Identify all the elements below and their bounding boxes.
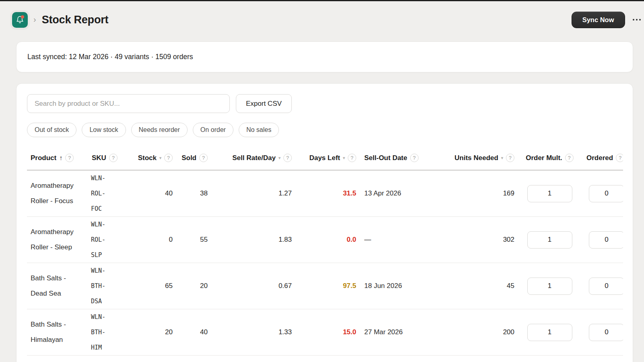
column-header-product[interactable]: Product ↑ ? [27,146,88,170]
product-name: Aromatherapy Roller - Focus [31,178,79,209]
export-csv-button[interactable]: Export CSV [236,94,292,113]
help-icon[interactable]: ? [616,154,623,162]
sellout-date-value: 18 Jun 2026 [359,263,438,309]
filter-chip[interactable]: On order [193,123,233,137]
sort-caret-icon: ▾ [279,156,281,160]
app-icon-tile[interactable] [12,12,28,28]
table-row: Bath Salts - Himalayan WLN-BTH-HIM 20 40… [27,309,623,356]
sold-value: 55 [176,217,211,263]
order-mult-input[interactable] [527,278,572,295]
stock-value: 0 [123,217,176,263]
sellout-date-value: 27 Mar 2026 [359,309,438,356]
column-header-stock[interactable]: Stock ▾ ? [123,146,176,170]
column-header-ordered[interactable]: Ordered ? [582,146,623,170]
last-synced-text: Last synced: 12 Mar 2026 · 49 variants ·… [27,53,193,61]
sellout-date-value: — [359,217,438,263]
sellout-date-value: 13 Apr 2026 [359,170,438,217]
column-header-order-mult[interactable]: Order Mult. ? [518,146,582,170]
table-row: Bath Salts - Dead Sea WLN-BTH-DSA 65 20 … [27,263,623,309]
column-header-days-left[interactable]: Days Left ▾ ? [295,146,359,170]
filter-chip[interactable]: Needs reorder [131,123,188,137]
sku-value: WLN-BTH-DSA [91,263,112,309]
ordered-input[interactable] [589,324,623,341]
sync-now-button[interactable]: Sync Now [572,12,625,28]
units-needed-value: 45 [438,263,518,309]
product-name: Bath Salts - Himalayan [31,317,79,348]
sell-rate-value: 0.67 [211,263,295,309]
sold-value: 38 [176,170,211,217]
help-icon[interactable]: ? [199,154,208,162]
stock-table-container: Product ↑ ? SKU ? Stock [27,146,623,356]
stock-table: Product ↑ ? SKU ? Stock [27,146,623,356]
sort-ascending-icon: ↑ [59,154,62,162]
overflow-menu-button[interactable] [632,16,642,23]
page-title: Stock Report [42,14,109,26]
breadcrumb-chevron-icon: › [33,15,36,23]
order-mult-input[interactable] [527,231,572,249]
ordered-input[interactable] [589,278,623,295]
table-row: Aromatherapy Roller - Sleep WLN-ROL-SLP … [27,217,623,263]
order-mult-input[interactable] [527,324,572,341]
days-left-value: 31.5 [295,170,359,217]
help-icon[interactable]: ? [506,154,514,162]
units-needed-value: 302 [438,217,518,263]
sort-caret-icon: ▾ [159,156,161,160]
sell-rate-value: 1.83 [211,217,295,263]
table-toolbar: Export CSV [27,94,622,113]
filter-chip[interactable]: Out of stock [27,123,76,137]
sort-caret-icon: ▾ [501,156,503,160]
column-header-sku[interactable]: SKU ? [88,146,123,170]
sell-rate-value: 1.33 [211,309,295,356]
help-icon[interactable]: ? [410,154,419,162]
stock-report-card: Export CSV Out of stock Low stock Needs … [16,83,633,362]
product-name: Bath Salts - Dead Sea [31,271,79,301]
sku-value: WLN-ROL-FOC [91,171,112,216]
help-icon[interactable]: ? [65,154,74,162]
table-header-row: Product ↑ ? SKU ? Stock [27,146,623,170]
column-header-units-needed[interactable]: Units Needed ▾ ? [438,146,518,170]
sku-value: WLN-BTH-HIM [91,309,112,355]
stock-value: 40 [123,170,176,217]
product-name: Aromatherapy Roller - Sleep [31,224,79,255]
sold-value: 40 [176,309,211,356]
sold-value: 20 [176,263,211,309]
column-header-sold[interactable]: Sold ? [176,146,211,170]
sync-summary-card: Last synced: 12 Mar 2026 · 49 variants ·… [16,41,633,72]
overflow-menu-icon [633,19,635,21]
sort-caret-icon: ▾ [343,156,345,160]
search-input[interactable] [27,94,230,113]
column-header-sell-rate[interactable]: Sell Rate/Day ▾ ? [211,146,295,170]
days-left-value: 0.0 [295,217,359,263]
ordered-input[interactable] [589,231,623,249]
help-icon[interactable]: ? [348,154,356,162]
order-mult-input[interactable] [527,185,572,202]
column-header-sellout-date[interactable]: Sell-Out Date ? [359,146,438,170]
stock-value: 65 [123,263,176,309]
days-left-value: 15.0 [295,309,359,356]
filter-chip-row: Out of stock Low stock Needs reorder On … [27,123,622,137]
help-icon[interactable]: ? [109,154,118,162]
help-icon[interactable]: ? [565,154,574,162]
units-needed-value: 200 [438,309,518,356]
notification-dot [21,15,24,19]
filter-chip[interactable]: No sales [239,123,279,137]
units-needed-value: 169 [438,170,518,217]
help-icon[interactable]: ? [164,154,173,162]
sell-rate-value: 1.27 [211,170,295,217]
sku-value: WLN-ROL-SLP [91,217,112,263]
stock-value: 20 [123,309,176,356]
page-header: › Stock Report Sync Now [0,1,644,38]
filter-chip[interactable]: Low stock [82,123,126,137]
table-row: Aromatherapy Roller - Focus WLN-ROL-FOC … [27,170,623,217]
days-left-value: 97.5 [295,263,359,309]
ordered-input[interactable] [589,185,623,202]
help-icon[interactable]: ? [283,154,292,162]
